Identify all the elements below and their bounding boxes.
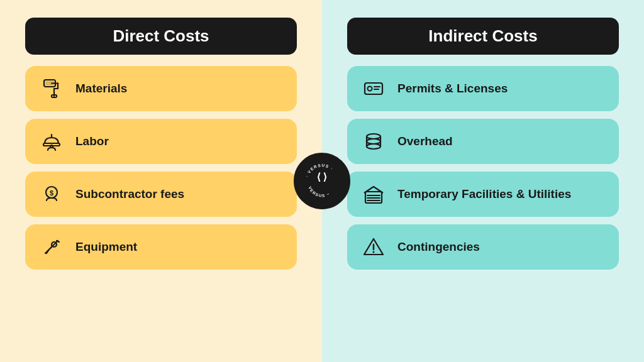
direct-costs-title: Direct Costs	[25, 18, 297, 55]
subcontractor-label: Subcontractor fees	[75, 187, 184, 202]
versus-badge-svg: ⟨⟩ · VERSUS · VERSUS ~	[294, 155, 350, 207]
indirect-costs-panel: Indirect Costs Permits & Licenses	[322, 0, 644, 362]
labor-card: Labor	[25, 119, 297, 164]
direct-costs-panel: Direct Costs Materials	[0, 0, 322, 362]
subcontractor-card: $ Subcontractor fees	[25, 172, 297, 217]
tools-icon	[38, 233, 65, 261]
permits-label: Permits & Licenses	[397, 82, 508, 96]
paint-roller-icon	[38, 75, 65, 102]
contingencies-card: Contingencies	[347, 224, 619, 270]
svg-point-28	[367, 144, 380, 149]
facilities-label: Temporary Facilities & Utilities	[397, 187, 571, 202]
svg-rect-29	[365, 192, 382, 203]
svg-text:$: $	[50, 189, 53, 197]
overhead-card: Overhead	[347, 119, 619, 164]
garage-icon	[360, 180, 387, 208]
labor-label: Labor	[75, 134, 109, 149]
versus-badge: ⟨⟩ · VERSUS · VERSUS ~	[294, 153, 350, 209]
svg-point-19	[368, 87, 372, 91]
svg-point-22	[367, 134, 380, 139]
svg-text:⟨⟩: ⟨⟩	[316, 171, 328, 183]
materials-card: Materials	[25, 66, 297, 111]
main-container: Direct Costs Materials	[0, 0, 644, 362]
hard-hat-icon	[38, 128, 65, 155]
indirect-costs-title: Indirect Costs	[347, 18, 619, 55]
materials-label: Materials	[75, 82, 127, 96]
id-card-icon	[360, 75, 387, 102]
database-icon	[360, 128, 387, 155]
facilities-card: Temporary Facilities & Utilities	[347, 172, 619, 217]
warning-icon	[360, 233, 387, 261]
contingencies-label: Contingencies	[397, 240, 480, 255]
svg-point-34	[373, 251, 375, 253]
permits-card: Permits & Licenses	[347, 66, 619, 111]
equipment-label: Equipment	[75, 240, 137, 255]
dollar-circle-icon: $	[38, 180, 65, 208]
svg-point-25	[367, 139, 380, 144]
overhead-label: Overhead	[397, 134, 453, 149]
equipment-card: Equipment	[25, 224, 297, 270]
